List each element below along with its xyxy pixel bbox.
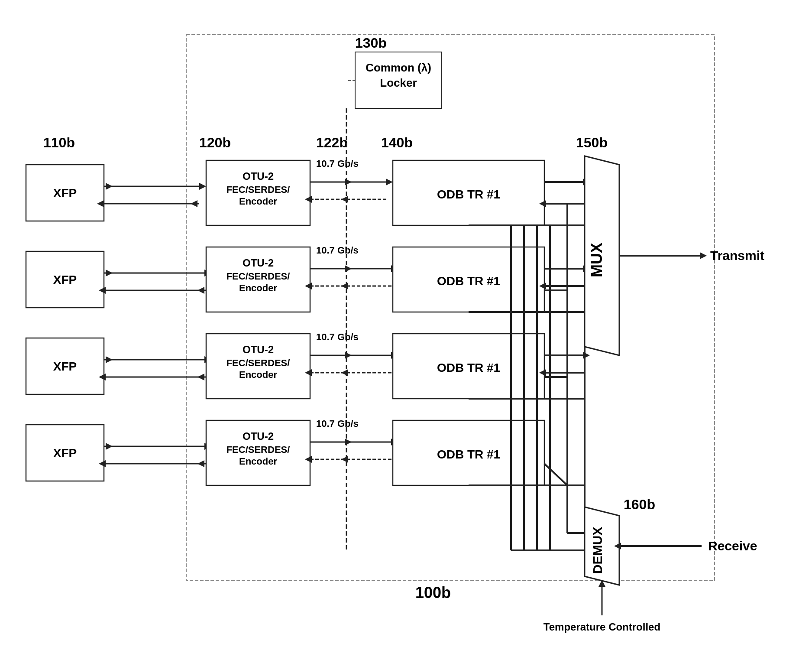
arrow-head-xfp-r1-t <box>106 183 113 190</box>
otu2-text2-2: FEC/SERDES/ <box>226 271 290 282</box>
odb-text-3: ODB TR #1 <box>437 361 500 374</box>
speed-label-1: 10.7 Gb/s <box>316 158 359 169</box>
otu2-text1-4: OTU-2 <box>243 430 274 442</box>
label-110b: 110b <box>43 135 75 150</box>
speed-label-2: 10.7 Gb/s <box>316 245 359 256</box>
otu2-text3-1: Encoder <box>239 196 277 207</box>
xfp-text-4: XFP <box>53 446 77 460</box>
transmit-label: Transmit <box>710 248 764 263</box>
temp-label: Temperature Controlled <box>543 621 660 633</box>
odb-text-2: ODB TR #1 <box>437 274 500 288</box>
otu2-text3-4: Encoder <box>239 456 277 467</box>
demux-text: DEMUX <box>590 527 605 574</box>
ah-bus-odb-1-t <box>386 179 393 185</box>
otu2-text3-3: Encoder <box>239 369 277 380</box>
label-150b: 150b <box>576 135 608 150</box>
ah-r4-t2 <box>106 443 113 450</box>
label-140b: 140b <box>381 135 413 150</box>
ah-r4-b2 <box>197 460 204 467</box>
xfp-text-1: XFP <box>53 186 77 200</box>
otu2-text1-2: OTU-2 <box>243 257 274 269</box>
ah-r2-t2 <box>106 270 113 276</box>
label-130b: 130b <box>355 35 387 51</box>
mux-text: MUX <box>588 243 605 277</box>
speed-label-4: 10.7 Gb/s <box>316 418 359 429</box>
xfp-text-2: XFP <box>53 273 77 286</box>
common-locker-text2: Locker <box>380 76 417 89</box>
label-122b: 122b <box>316 135 348 150</box>
speed-label-3: 10.7 Gb/s <box>316 332 359 342</box>
label-120b: 120b <box>199 135 231 150</box>
receive-label: Receive <box>708 539 757 553</box>
otu2-text2-3: FEC/SERDES/ <box>226 358 290 368</box>
common-locker-text1: Common (λ) <box>366 61 431 74</box>
fb-h-4 <box>544 464 567 485</box>
otu2-text1-1: OTU-2 <box>243 170 274 182</box>
otu2-text2-1: FEC/SERDES/ <box>226 184 290 195</box>
ah-r3-b2 <box>197 374 204 380</box>
transmit-arrowhead <box>700 252 707 259</box>
diagram-container: 100b 110b 120b 122b 140b 150b 130b Commo… <box>0 0 812 647</box>
label-160b: 160b <box>624 497 655 512</box>
odb-text-4: ODB TR #1 <box>437 448 500 461</box>
ah-r3-t2 <box>106 356 113 363</box>
ah-bus-odb-2-b <box>341 283 348 289</box>
otu2-text1-3: OTU-2 <box>243 344 274 355</box>
label-100b: 100b <box>415 584 451 601</box>
xfp-text-3: XFP <box>53 360 77 373</box>
ah-bus-odb-1-b <box>341 196 348 203</box>
ah-r2-b2 <box>197 287 204 294</box>
otu2-text2-4: FEC/SERDES/ <box>226 444 290 455</box>
ah-bus-odb-4-b <box>341 456 348 463</box>
odb-text-1: ODB TR #1 <box>437 188 500 201</box>
arrow-head-otu-r1-b <box>191 200 197 207</box>
ah-bus-odb-3-b <box>341 369 348 376</box>
otu2-text3-2: Encoder <box>239 283 277 293</box>
arrow-head-r1-t <box>199 183 206 190</box>
